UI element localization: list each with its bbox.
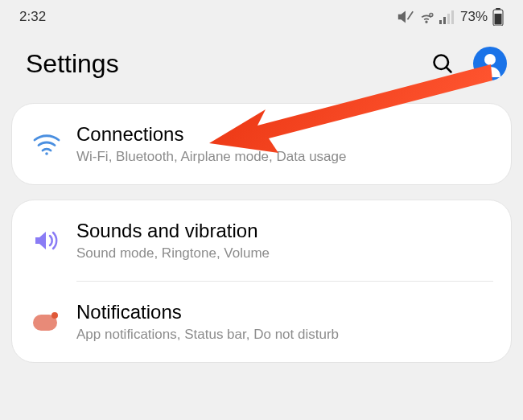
row-notifications[interactable]: Notifications App notifications, Status … <box>12 282 511 362</box>
search-button[interactable] <box>431 52 454 75</box>
notifications-icon <box>33 312 70 331</box>
svg-point-12 <box>484 54 496 65</box>
row-title: Connections <box>76 123 493 146</box>
battery-percent: 73% <box>460 9 488 25</box>
card-sounds-notifs: Sounds and vibration Sound mode, Rington… <box>11 200 512 363</box>
svg-point-13 <box>45 152 48 155</box>
svg-rect-9 <box>495 14 502 25</box>
row-subtitle: Sound mode, Ringtone, Volume <box>76 245 493 261</box>
wifi-icon <box>33 133 70 155</box>
avatar <box>473 47 507 80</box>
page-title: Settings <box>26 49 119 79</box>
row-subtitle: App notifications, Status bar, Do not di… <box>76 327 493 343</box>
row-title: Notifications <box>76 301 493 323</box>
svg-point-15 <box>51 312 58 319</box>
row-connections[interactable]: Connections Wi-Fi, Bluetooth, Airplane m… <box>12 104 511 184</box>
svg-rect-5 <box>447 14 450 24</box>
search-icon <box>431 52 454 75</box>
svg-rect-6 <box>451 10 454 24</box>
person-icon <box>473 47 507 80</box>
svg-rect-4 <box>443 17 446 24</box>
speaker-icon <box>33 229 70 252</box>
mute-icon <box>397 9 414 25</box>
status-bar: 2:32 73% <box>0 0 523 32</box>
row-sounds[interactable]: Sounds and vibration Sound mode, Rington… <box>12 200 511 281</box>
battery-icon <box>492 8 504 26</box>
wifi-icon <box>418 9 434 25</box>
status-icons: 73% <box>397 8 504 26</box>
svg-point-1 <box>426 21 427 23</box>
settings-header: Settings <box>0 32 523 103</box>
row-title: Sounds and vibration <box>76 220 493 242</box>
svg-line-0 <box>407 11 413 19</box>
svg-rect-3 <box>439 20 442 24</box>
svg-line-11 <box>447 68 451 72</box>
row-subtitle: Wi-Fi, Bluetooth, Airplane mode, Data us… <box>76 149 493 165</box>
card-connections: Connections Wi-Fi, Bluetooth, Airplane m… <box>11 103 512 185</box>
profile-button[interactable] <box>473 47 507 80</box>
signal-icon <box>439 10 455 24</box>
status-time: 2:32 <box>19 9 46 25</box>
